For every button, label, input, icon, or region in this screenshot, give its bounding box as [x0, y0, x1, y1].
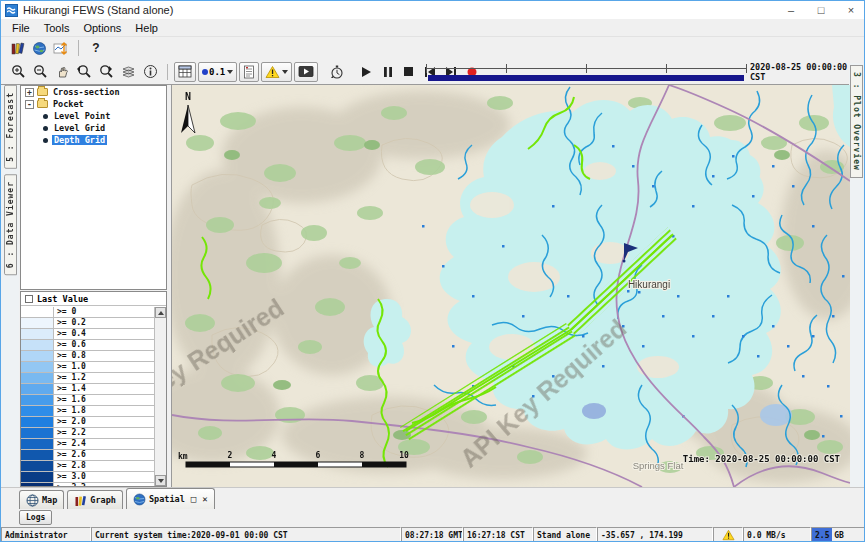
status-memory: 2.5 GB	[811, 527, 865, 542]
legend-swatch	[21, 483, 54, 486]
legend-row[interactable]: >= 1.4	[21, 384, 154, 395]
legend-row[interactable]: >= 1.2	[21, 373, 154, 384]
scroll-up-button[interactable]	[155, 307, 166, 318]
layer-bullet-icon	[43, 126, 48, 131]
legend-row[interactable]: >= 0.8	[21, 351, 154, 362]
legend-row[interactable]: >= 2.6	[21, 450, 154, 461]
layer-bullet-icon	[43, 114, 48, 119]
status-gmt-time: 08:27:18 GMT	[401, 527, 463, 542]
zoom-next-button[interactable]	[95, 62, 117, 82]
time-settings-button[interactable]	[326, 62, 348, 82]
legend-label: >= 0.4	[54, 329, 86, 339]
tab-spatial[interactable]: Spatial □ ✕	[126, 488, 215, 509]
legend-row[interactable]: >= 0.4	[21, 329, 154, 340]
spatial-map[interactable]: API Key Required API Key Required Hikura…	[171, 85, 849, 487]
map-time-label: Time: 2020-08-25 00:00:00 CST	[683, 454, 841, 464]
status-local-time: 16:27:18 CST	[463, 527, 533, 542]
legend-row[interactable]: >= 2.0	[21, 417, 154, 428]
menu-item[interactable]: Help	[128, 20, 165, 36]
title-bar: Hikurangi FEWS (Stand alone) – □ ×	[1, 1, 865, 19]
animation-button[interactable]	[294, 62, 318, 82]
menu-item[interactable]: Options	[76, 20, 128, 36]
legend-row[interactable]: >= 1.6	[21, 395, 154, 406]
tab-map[interactable]: Map	[19, 490, 64, 509]
pause-button[interactable]	[379, 64, 396, 80]
help-button[interactable]: ?	[85, 38, 107, 58]
legend-header: Last Value	[21, 292, 166, 306]
timeline-slider[interactable]	[426, 63, 746, 81]
tree-item-pocket[interactable]: - Pocket	[21, 98, 166, 110]
maximize-button[interactable]: □	[806, 1, 836, 19]
svg-text:6: 6	[316, 451, 321, 460]
menu-bar: FileToolsOptionsHelp	[1, 19, 865, 37]
legend-row[interactable]: >= 3.2	[21, 483, 154, 486]
right-tab-strip: 3 : Plot Overview	[849, 63, 865, 487]
play-button[interactable]	[358, 64, 375, 80]
timeseries-display-button[interactable]	[50, 38, 72, 58]
last-value-checkbox[interactable]	[25, 295, 33, 303]
tree-item-depth-grid[interactable]: Depth Grid	[21, 134, 166, 146]
zoom-out-button[interactable]	[29, 62, 51, 82]
svg-text:4: 4	[272, 451, 277, 460]
legend-row[interactable]: >= 2.8	[21, 461, 154, 472]
tree-item-level-grid[interactable]: Level Grid	[21, 122, 166, 134]
main-toolbar: ?	[1, 37, 865, 59]
legend-swatch	[21, 362, 54, 372]
logs-button[interactable]: Logs	[19, 510, 52, 525]
legend-label: >= 0	[54, 307, 76, 317]
legend-panel: Last Value >= 0 >= 0.2 >= 0.4 >= 0.6 >= …	[20, 291, 167, 487]
legend-row[interactable]: >= 0.2	[21, 318, 154, 329]
legend-label: >= 1.6	[54, 395, 86, 405]
expander-icon[interactable]: +	[25, 88, 34, 97]
map-display-button[interactable]	[28, 38, 50, 58]
tab-data-viewer[interactable]: 6 : Data Viewer	[4, 174, 17, 275]
left-tab-strip: 5 : Forecast 6 : Data Viewer	[1, 85, 19, 487]
legend-row[interactable]: >= 1.8	[21, 406, 154, 417]
town-label: Hikurangi	[628, 279, 670, 290]
legend-swatch	[21, 351, 54, 361]
left-panel: + Cross-section - Pocket Level Point Lev…	[19, 85, 169, 487]
tab-maximize-button[interactable]: □	[191, 494, 196, 504]
grid-overlay-button[interactable]	[174, 62, 196, 82]
zoom-in-button[interactable]	[7, 62, 29, 82]
legend-row[interactable]: >= 0.6	[21, 340, 154, 351]
chevron-down-icon	[227, 70, 233, 74]
legend-header-label: Last Value	[37, 294, 88, 304]
toolbar-separator	[78, 40, 79, 56]
scroll-down-button[interactable]	[155, 475, 166, 486]
legend-row[interactable]: >= 3.0	[21, 472, 154, 483]
timeline-extent-bar	[428, 75, 744, 81]
map-toolbar: 0.1 2020-08-25 00:00:00 CST	[1, 59, 865, 85]
minimize-button[interactable]: –	[776, 1, 806, 19]
legend-swatch	[21, 450, 54, 460]
contour-threshold-button[interactable]: 0.1	[198, 62, 237, 82]
legend-scrollbar[interactable]	[154, 307, 166, 486]
thresholds-warning-button[interactable]	[261, 62, 292, 82]
legend-row[interactable]: >= 0	[21, 307, 154, 318]
tab-close-button[interactable]: ✕	[202, 494, 207, 504]
legend-swatch	[21, 329, 54, 339]
zoom-previous-button[interactable]	[73, 62, 95, 82]
legend-row[interactable]: >= 2.2	[21, 428, 154, 439]
tab-graph[interactable]: Graph	[67, 490, 123, 509]
pond	[582, 403, 606, 419]
database-display-button[interactable]	[6, 38, 28, 58]
tree-item-cross-section[interactable]: + Cross-section	[21, 86, 166, 98]
legend-row[interactable]: >= 1.0	[21, 362, 154, 373]
legend-button[interactable]	[239, 62, 259, 82]
tree-item-level-point[interactable]: Level Point	[21, 110, 166, 122]
expander-icon[interactable]: -	[25, 100, 34, 109]
legend-label: >= 2.4	[54, 439, 86, 449]
tab-forecast[interactable]: 5 : Forecast	[4, 85, 17, 169]
legend-row[interactable]: >= 2.4	[21, 439, 154, 450]
stop-button[interactable]	[400, 64, 417, 80]
tab-plot-overview[interactable]: 3 : Plot Overview	[850, 65, 863, 178]
info-button[interactable]	[139, 62, 161, 82]
legend-swatch	[21, 461, 54, 471]
pan-button[interactable]	[51, 62, 73, 82]
legend-label: >= 1.4	[54, 384, 86, 394]
menu-item[interactable]: Tools	[37, 20, 77, 36]
layers-button[interactable]	[117, 62, 139, 82]
menu-item[interactable]: File	[5, 20, 37, 36]
close-button[interactable]: ×	[836, 1, 865, 19]
